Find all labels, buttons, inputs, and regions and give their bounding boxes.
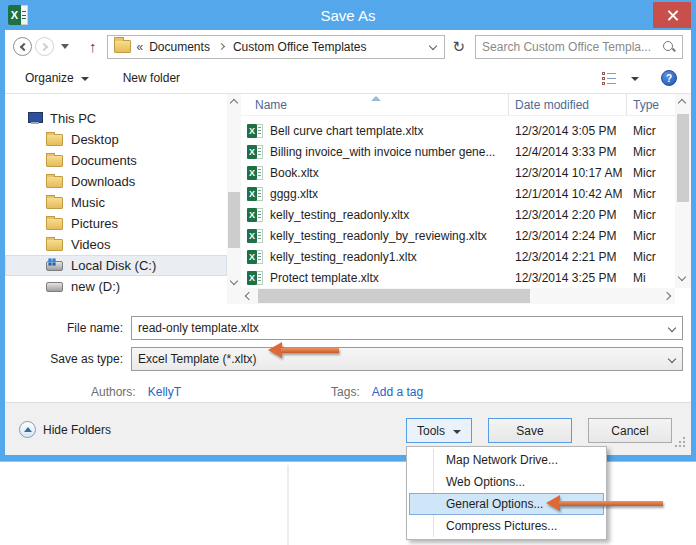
hide-folders-button[interactable]: Hide Folders (19, 421, 111, 438)
scroll-up-icon[interactable] (678, 99, 686, 107)
breadcrumb[interactable]: « Documents Custom Office Templates (107, 35, 445, 59)
chevron-down-icon (81, 77, 89, 81)
excel-file-icon: X (247, 124, 263, 138)
search-box (475, 35, 683, 59)
back-button[interactable] (13, 37, 32, 56)
drive-icon (46, 261, 63, 271)
sidebar-item-this-pc[interactable]: This PC (5, 108, 227, 129)
save-as-type-value: Excel Template (*.xltx) (138, 352, 256, 366)
save-as-dialog-screen: X Save As ↑ « Documents Custom Office Te… (0, 0, 696, 545)
file-row[interactable]: Xkelly_testing_readonly_by_reviewing.xlt… (241, 225, 675, 246)
background-divider (287, 465, 289, 545)
save-button[interactable]: Save (488, 418, 572, 443)
refresh-button[interactable]: ↻ (453, 39, 466, 54)
folder-icon (46, 239, 63, 251)
forward-icon (39, 42, 47, 50)
file-row[interactable]: Xkelly_testing_readonly1.xltx 12/3/2014 … (241, 246, 675, 267)
change-view-button[interactable] (602, 72, 616, 85)
scroll-down-icon[interactable] (678, 273, 686, 281)
sort-ascending-icon (371, 96, 381, 101)
folder-icon (46, 134, 63, 146)
excel-file-icon: X (247, 145, 263, 159)
organize-menu-button[interactable]: Organize (25, 71, 89, 85)
excel-file-icon: X (247, 271, 263, 285)
up-one-level-button[interactable]: ↑ (89, 39, 97, 54)
sidebar-item-local-disk-c[interactable]: Local Disk (C:) (5, 255, 227, 276)
search-input[interactable] (482, 40, 662, 54)
scrollbar-thumb[interactable] (228, 192, 240, 248)
file-row[interactable]: XBell curve chart template.xltx 12/3/201… (241, 120, 675, 141)
breadcrumb-overflow[interactable]: « (137, 40, 144, 54)
column-headers: Name Date modified Type (241, 94, 691, 116)
excel-file-icon: X (247, 229, 263, 243)
file-list-vertical-scrollbar[interactable] (675, 94, 691, 288)
folder-icon (46, 197, 63, 209)
scroll-right-icon[interactable] (663, 292, 671, 300)
cancel-button[interactable]: Cancel (588, 418, 672, 443)
recent-locations-dropdown[interactable] (61, 44, 69, 49)
collapse-up-icon (19, 421, 36, 438)
excel-file-icon: X (247, 250, 263, 264)
scrollbar-thumb[interactable] (677, 114, 689, 202)
add-a-tag-link[interactable]: Add a tag (372, 385, 423, 399)
save-as-dialog: X Save As ↑ « Documents Custom Office Te… (0, 0, 696, 461)
sidebar-item-downloads[interactable]: Downloads (5, 171, 227, 192)
chevron-down-icon (453, 430, 461, 434)
folder-icon (114, 40, 131, 53)
file-list: Name Date modified Type XBell curve char… (241, 94, 691, 304)
address-bar: ↑ « Documents Custom Office Templates ↻ (5, 30, 691, 63)
help-icon[interactable]: ? (661, 70, 677, 86)
sidebar-item-videos[interactable]: Videos (5, 234, 227, 255)
file-row[interactable]: Xgggg.xltx 12/1/2014 10:42 AM Micr (241, 183, 675, 204)
file-row[interactable]: XProtect template.xltx 12/3/2014 3:25 PM… (241, 267, 675, 288)
scroll-up-icon[interactable] (230, 99, 238, 107)
close-icon (667, 10, 678, 21)
address-dropdown-icon[interactable] (428, 41, 436, 49)
tools-button[interactable]: Tools (406, 418, 472, 443)
sidebar-item-new-d[interactable]: new (D:) (5, 276, 227, 297)
scrollbar-thumb[interactable] (258, 289, 530, 303)
folder-icon (46, 218, 63, 230)
authors-label: Authors: (91, 385, 136, 399)
file-name-label: File name: (5, 321, 131, 335)
file-name-input[interactable] (138, 321, 660, 335)
file-list-horizontal-scrollbar[interactable] (241, 288, 675, 304)
drive-icon (46, 282, 63, 292)
close-button[interactable] (653, 2, 691, 28)
save-as-type-label: Save as type: (5, 352, 131, 366)
titlebar: X Save As (0, 0, 696, 30)
scroll-down-icon[interactable] (230, 277, 238, 285)
sidebar-scrollbar[interactable] (227, 94, 241, 304)
chevron-down-icon[interactable] (668, 324, 676, 332)
breadcrumb-segment-templates[interactable]: Custom Office Templates (233, 40, 367, 54)
view-dropdown-icon[interactable] (631, 77, 639, 81)
tags-label: Tags: (331, 385, 360, 399)
tools-dropdown-menu: Map Network Drive... Web Options... Gene… (406, 446, 607, 540)
resize-grip[interactable] (675, 437, 685, 447)
column-header-type[interactable]: Type (627, 94, 665, 115)
forward-button[interactable] (35, 37, 54, 56)
file-row[interactable]: Xkelly_testing_readonly.xltx 12/3/2014 2… (241, 204, 675, 225)
sidebar-item-documents[interactable]: Documents (5, 150, 227, 171)
search-icon (662, 40, 676, 54)
breadcrumb-segment-documents[interactable]: Documents (149, 40, 210, 54)
save-as-type-select[interactable]: Excel Template (*.xltx) (131, 347, 683, 371)
command-bar: Organize New folder ? (5, 63, 691, 94)
file-row[interactable]: XBook.xltx 12/3/2014 10:17 AM Micr (241, 162, 675, 183)
authors-value-link[interactable]: KellyT (148, 385, 181, 399)
excel-file-icon: X (247, 187, 263, 201)
sidebar-item-pictures[interactable]: Pictures (5, 213, 227, 234)
new-folder-button[interactable]: New folder (123, 71, 180, 85)
menu-item-compress-pictures[interactable]: Compress Pictures... (409, 515, 604, 537)
column-header-date-modified[interactable]: Date modified (509, 94, 627, 115)
back-icon (19, 42, 27, 50)
excel-file-icon: X (247, 166, 263, 180)
folder-icon (46, 155, 63, 167)
menu-item-web-options[interactable]: Web Options... (409, 471, 604, 493)
menu-item-general-options[interactable]: General Options... (409, 493, 604, 515)
sidebar-item-music[interactable]: Music (5, 192, 227, 213)
file-row[interactable]: XBilling invoice_with invoice number gen… (241, 141, 675, 162)
folder-icon (46, 176, 63, 188)
sidebar-item-desktop[interactable]: Desktop (5, 129, 227, 150)
menu-item-map-network-drive[interactable]: Map Network Drive... (409, 449, 604, 471)
